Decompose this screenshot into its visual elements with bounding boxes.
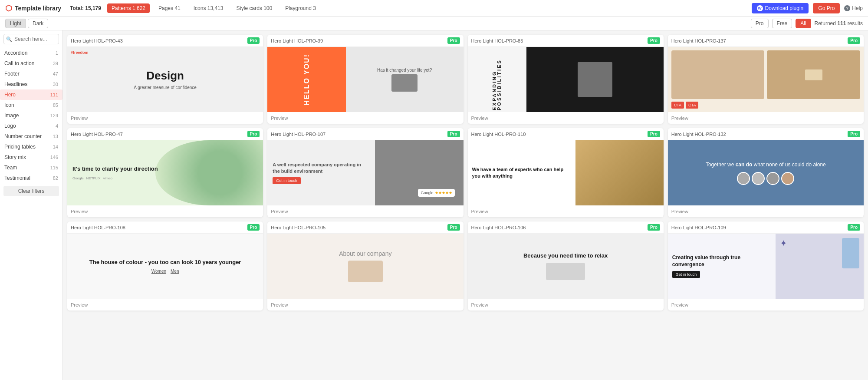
- badge-pro-47: Pro: [247, 131, 260, 137]
- card-image-43: Design A greater measure of confidence #…: [67, 47, 263, 112]
- sidebar: 🔍 Accordion 1 Call to action 39 Footer 4…: [0, 30, 63, 380]
- card-title-47: Hero Light HOL-PRO-47: [71, 132, 123, 137]
- preview-link-109[interactable]: Preview: [671, 302, 688, 307]
- clear-filters-button[interactable]: Clear filters: [3, 186, 59, 196]
- card-header-110: Hero Light HOL-PRO-110 Pro: [468, 128, 664, 140]
- preview-link-47[interactable]: Preview: [71, 209, 88, 214]
- card-title-108: Hero Light HOL-PRO-108: [71, 225, 125, 230]
- sidebar-item-icon[interactable]: Icon 85: [0, 100, 62, 110]
- sidebar-item-logo[interactable]: Logo 4: [0, 121, 62, 131]
- preview-link-105[interactable]: Preview: [271, 302, 288, 307]
- card-header-105: Hero Light HOL-PRO-105 Pro: [267, 221, 463, 234]
- badge-pro-106: Pro: [648, 224, 660, 231]
- preview-link-85[interactable]: Preview: [471, 116, 488, 121]
- tab-stylecards[interactable]: Style cards 100: [232, 3, 276, 13]
- theme-light-button[interactable]: Light: [5, 19, 26, 28]
- card-footer-132: Preview: [668, 205, 864, 217]
- card-title-85: Hero Light HOL-PRO-85: [471, 38, 523, 43]
- card-footer-43: Preview: [67, 112, 263, 124]
- card-title-110: Hero Light HOL-PRO-110: [471, 132, 526, 137]
- logo: ⬡ Template library: [5, 3, 61, 13]
- theme-dark-button[interactable]: Dark: [28, 19, 48, 28]
- card-title-107: Hero Light HOL-PRO-107: [271, 132, 326, 137]
- card-header-108: Hero Light HOL-PRO-108 Pro: [67, 221, 263, 234]
- card-hol-pro-43: Hero Light HOL-PRO-43 Pro Design A great…: [67, 35, 263, 124]
- preview-link-110[interactable]: Preview: [471, 209, 488, 214]
- logo-icon: ⬡: [5, 3, 12, 13]
- preview-link-43[interactable]: Preview: [71, 116, 88, 121]
- card-header-109: Hero Light HOL-PRO-109 Pro: [668, 221, 864, 234]
- card-footer-137: Preview: [668, 112, 864, 124]
- card-image-text-43: Design: [146, 69, 184, 83]
- card-header-39: Hero Light HOL-PRO-39 Pro: [267, 35, 463, 47]
- badge-pro-137: Pro: [848, 37, 860, 44]
- card-image-132: Together we can do what none of us could…: [668, 140, 864, 205]
- card-image-137: CTA CTA: [668, 47, 864, 112]
- card-title-39: Hero Light HOL-PRO-39: [271, 38, 323, 43]
- card-footer-106: Preview: [468, 299, 664, 311]
- tab-pages[interactable]: Pages 41: [154, 3, 185, 13]
- tab-playground[interactable]: Playground 3: [281, 3, 320, 13]
- wp-icon: W: [757, 5, 763, 11]
- card-hol-pro-109: Hero Light HOL-PRO-109 Pro Creating valu…: [668, 221, 864, 311]
- badge-pro-107: Pro: [447, 131, 460, 137]
- sidebar-item-hero[interactable]: Hero 111: [0, 89, 62, 100]
- filter-free-button[interactable]: Free: [772, 19, 792, 28]
- badge-pro-85: Pro: [648, 37, 660, 44]
- card-footer-85: Preview: [468, 112, 664, 124]
- badge-pro-43: Pro: [247, 37, 260, 44]
- badge-pro-110: Pro: [648, 131, 660, 137]
- card-image-108: The house of colour - you too can look 1…: [67, 234, 263, 299]
- badge-pro-132: Pro: [848, 131, 860, 137]
- sidebar-item-number-counter[interactable]: Number counter 13: [0, 131, 62, 142]
- sidebar-item-headlines[interactable]: Headlines 30: [0, 79, 62, 89]
- sidebar-item-team[interactable]: Team 115: [0, 162, 62, 173]
- card-hol-pro-47: Hero Light HOL-PRO-47 Pro It's time to c…: [67, 128, 263, 217]
- badge-pro-39: Pro: [447, 37, 460, 44]
- card-footer-109: Preview: [668, 299, 864, 311]
- subbar: Light Dark Pro Free All Returned 111 res…: [0, 17, 868, 30]
- filter-pro-button[interactable]: Pro: [751, 19, 769, 28]
- card-image-85: EXPANDING POSSIBILITIES: [468, 47, 664, 112]
- preview-link-132[interactable]: Preview: [671, 209, 688, 214]
- logo-text: Template library: [15, 5, 61, 12]
- preview-link-39[interactable]: Preview: [271, 116, 288, 121]
- sidebar-item-image[interactable]: Image 124: [0, 110, 62, 121]
- card-header-85: Hero Light HOL-PRO-85 Pro: [468, 35, 664, 47]
- card-header-47: Hero Light HOL-PRO-47 Pro: [67, 128, 263, 140]
- card-footer-107: Preview: [267, 205, 463, 217]
- tab-icons[interactable]: Icons 13,413: [189, 3, 228, 13]
- sidebar-item-pricing-tables[interactable]: Pricing tables 14: [0, 142, 62, 152]
- topbar: ⬡ Template library Total: 15,179 Pattern…: [0, 0, 868, 17]
- preview-link-108[interactable]: Preview: [71, 302, 88, 307]
- download-plugin-button[interactable]: W Download plugin: [752, 3, 809, 13]
- card-hol-pro-105: Hero Light HOL-PRO-105 Pro About our com…: [267, 221, 463, 311]
- card-image-109: Creating value through true convergence …: [668, 234, 864, 299]
- sidebar-item-testimonial[interactable]: Testimonial 82: [0, 173, 62, 183]
- preview-link-107[interactable]: Preview: [271, 209, 288, 214]
- card-hol-pro-132: Hero Light HOL-PRO-132 Pro Together we c…: [668, 128, 864, 217]
- tab-patterns[interactable]: Patterns 1,622: [107, 3, 150, 13]
- card-image-47: It's time to clarify your direction Goog…: [67, 140, 263, 205]
- preview-link-106[interactable]: Preview: [471, 302, 488, 307]
- card-footer-110: Preview: [468, 205, 664, 217]
- card-header-137: Hero Light HOL-PRO-137 Pro: [668, 35, 864, 47]
- cards-grid: Hero Light HOL-PRO-43 Pro Design A great…: [67, 35, 864, 311]
- filter-all-button[interactable]: All: [796, 19, 811, 28]
- preview-link-137[interactable]: Preview: [671, 116, 688, 121]
- sidebar-item-accordion[interactable]: Accordion 1: [0, 48, 62, 58]
- help-icon: ?: [844, 5, 850, 11]
- card-title-109: Hero Light HOL-PRO-109: [671, 225, 726, 230]
- card-hol-pro-39: Hero Light HOL-PRO-39 Pro HELLO YOU! Has…: [267, 35, 463, 124]
- help-button[interactable]: ? Help: [844, 5, 863, 11]
- sidebar-item-footer[interactable]: Footer 47: [0, 69, 62, 79]
- card-title-106: Hero Light HOL-PRO-106: [471, 225, 526, 230]
- gopro-button[interactable]: Go Pro: [813, 3, 840, 13]
- card-hol-pro-106: Hero Light HOL-PRO-106 Pro Because you n…: [468, 221, 664, 311]
- card-image-105: About our company: [267, 234, 463, 299]
- sidebar-item-story-mix[interactable]: Story mix 146: [0, 152, 62, 162]
- sidebar-item-cta[interactable]: Call to action 39: [0, 58, 62, 69]
- card-header-43: Hero Light HOL-PRO-43 Pro: [67, 35, 263, 47]
- total-label: Total: 15,179: [70, 5, 101, 11]
- card-footer-108: Preview: [67, 299, 263, 311]
